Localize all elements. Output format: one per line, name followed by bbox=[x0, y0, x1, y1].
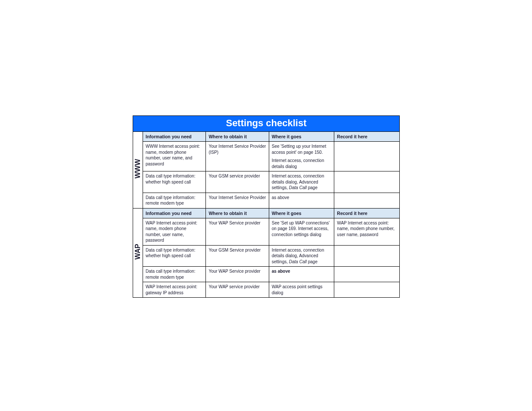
cell-info: WAP Internet access point: gateway IP ad… bbox=[143, 282, 206, 298]
cell-obtain: Your Internet Service Provider bbox=[206, 193, 269, 208]
cell-info: Data call type information: whether high… bbox=[143, 171, 206, 193]
section-label-wap: WAP bbox=[133, 208, 143, 298]
col-header-record: Record it here bbox=[334, 208, 400, 218]
col-header-obtain: Where to obtain it bbox=[206, 208, 269, 218]
table-row: Data call type information: remote modem… bbox=[133, 267, 400, 282]
www-header-row: WWW Information you need Where to obtain… bbox=[133, 132, 400, 142]
table-row: Data call type information: remote modem… bbox=[133, 193, 400, 208]
cell-obtain: Your Internet Service Provider (ISP) bbox=[206, 142, 269, 171]
cell-goes: as above bbox=[269, 267, 334, 282]
cell-goes: Internet access, connection details dial… bbox=[269, 171, 334, 193]
table-row: Data call type information: whether high… bbox=[133, 245, 400, 267]
cell-info: Data call type information: whether high… bbox=[143, 245, 206, 267]
col-header-info: Information you need bbox=[143, 208, 206, 218]
section-label-wap-text: WAP bbox=[133, 244, 143, 259]
col-header-obtain: Where to obtain it bbox=[206, 132, 269, 142]
cell-record bbox=[334, 267, 400, 282]
cell-record: WAP Internet access point: name, modem p… bbox=[334, 218, 400, 245]
cell-goes-p2: Internet access, connection details dial… bbox=[272, 158, 332, 169]
section-label-www-text: WWW bbox=[133, 159, 143, 178]
table-row: Data call type information: whether high… bbox=[133, 171, 400, 193]
page-title: Settings checklist bbox=[133, 115, 400, 131]
wap-header-row: WAP Information you need Where to obtain… bbox=[133, 208, 400, 218]
cell-info: WWW Internet access point: name, modem p… bbox=[143, 142, 206, 171]
cell-obtain: Your WAP service provider bbox=[206, 282, 269, 298]
col-header-goes: Where it goes bbox=[269, 208, 334, 218]
table-row: WAP Internet access point: gateway IP ad… bbox=[133, 282, 400, 298]
section-label-www: WWW bbox=[133, 132, 143, 209]
cell-goes: See 'Setting up your Internet access poi… bbox=[269, 142, 334, 171]
cell-info: Data call type information: remote modem… bbox=[143, 267, 206, 282]
cell-obtain: Your WAP Service provider bbox=[206, 218, 269, 245]
cell-record bbox=[334, 245, 400, 267]
cell-record bbox=[334, 171, 400, 193]
cell-obtain: Your WAP Service provider bbox=[206, 267, 269, 282]
cell-info: Data call type information: remote modem… bbox=[143, 193, 206, 208]
cell-obtain: Your GSM Service provider bbox=[206, 245, 269, 267]
cell-obtain: Your GSM service provider bbox=[206, 171, 269, 193]
table-row: WWW Internet access point: name, modem p… bbox=[133, 142, 400, 171]
cell-goes: See 'Set up WAP connections' on page 169… bbox=[269, 218, 334, 245]
col-header-record: Record it here bbox=[334, 132, 400, 142]
checklist-table: WWW Information you need Where to obtain… bbox=[133, 131, 400, 298]
cell-goes: WAP access point settings dialog bbox=[269, 282, 334, 298]
cell-goes: Internet access, connection details dial… bbox=[269, 245, 334, 267]
cell-info: WAP Internet access point: name, modem p… bbox=[143, 218, 206, 245]
settings-checklist-page: Settings checklist WWW Information you n… bbox=[133, 115, 400, 298]
cell-record bbox=[334, 193, 400, 208]
cell-goes-p1: See 'Setting up your Internet access poi… bbox=[272, 143, 332, 155]
col-header-info: Information you need bbox=[143, 132, 206, 142]
cell-record bbox=[334, 282, 400, 298]
col-header-goes: Where it goes bbox=[269, 132, 334, 142]
cell-record bbox=[334, 142, 400, 171]
cell-goes: as above bbox=[269, 193, 334, 208]
table-row: WAP Internet access point: name, modem p… bbox=[133, 218, 400, 245]
